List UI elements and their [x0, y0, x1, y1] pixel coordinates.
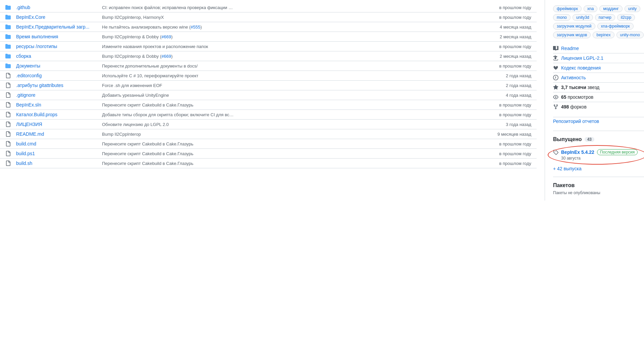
- file-icon: [5, 151, 16, 156]
- file-row: .gitignoreДобавить урезанный UnityEngine…: [0, 90, 537, 100]
- tag-моддинг[interactable]: моддинг: [599, 5, 622, 12]
- file-name[interactable]: README.md: [16, 131, 97, 137]
- repository-reports[interactable]: Репозиторий отчетов: [553, 117, 644, 125]
- release-latest-badge: Последняя версия: [597, 149, 638, 155]
- more-releases-link[interactable]: + 42 выпуска: [553, 166, 644, 171]
- sidebar-item-fork[interactable]: 498 форков: [553, 102, 644, 112]
- tag-bepinex[interactable]: bepinex: [593, 32, 614, 38]
- file-commit: Используйте C # 10, переформатируйте про…: [97, 73, 484, 78]
- tags-section: фреймворкxnaмоддингunitymonounity3dпатче…: [553, 5, 644, 38]
- file-row: Время выполненияBump Il2CppInterop & Dob…: [0, 32, 537, 42]
- folder-icon: [5, 24, 16, 30]
- file-name[interactable]: .gitignore: [16, 92, 97, 98]
- sidebar-item-book[interactable]: Readme: [553, 44, 644, 53]
- packages-empty: Пакеты не опубликованы: [553, 190, 644, 195]
- file-name[interactable]: BepInEx.Предварительный загр...: [16, 24, 97, 30]
- sidebar-item-star[interactable]: 3,7 тысячи звезд: [553, 82, 644, 92]
- file-row: BepInEx.CoreBump Il2CppInterop, HarmonyX…: [0, 12, 537, 22]
- file-row: сборкаBump Il2CppInterop & Dobby (#669)2…: [0, 51, 537, 61]
- tag-mono[interactable]: mono: [553, 14, 571, 21]
- sidebar-item-label-star: 3,7 тысячи звезд: [561, 85, 599, 90]
- book-icon: [553, 46, 558, 51]
- tag-загрузчик-модулей[interactable]: загрузчик модулей: [553, 23, 595, 30]
- packages-title: Пакетов: [553, 182, 644, 188]
- folder-icon: [5, 63, 16, 69]
- file-row: ЛИЦЕНЗИЯОбновите лицензию до LGPL 2.03 г…: [0, 120, 537, 129]
- tag-xna-фреймворк[interactable]: xna-фреймворк: [597, 23, 634, 30]
- file-commit: Перенесите скрипт Cakebuild в Cake.Глазу…: [97, 161, 484, 166]
- sidebar-item-pulse[interactable]: Активность: [553, 73, 644, 82]
- releases-section: Выпущено 43 BepInEx 5.4.22 Последняя вер…: [553, 131, 644, 171]
- folder-icon: [5, 53, 16, 59]
- file-name[interactable]: BepInEx.sln: [16, 102, 97, 107]
- file-icon: [5, 92, 16, 98]
- scale-icon: [553, 55, 558, 61]
- pulse-icon: [553, 75, 558, 80]
- file-name[interactable]: Каталог.Build.props: [16, 112, 97, 117]
- file-name[interactable]: Время выполнения: [16, 34, 97, 39]
- file-commit: Bump Il2CppInterop & Dobby (#669): [97, 34, 484, 39]
- release-item: BepInEx 5.4.22 Последняя версия 30 авгус…: [553, 146, 644, 163]
- file-row: BepInEx.Предварительный загр...Не пытайт…: [0, 22, 537, 32]
- heart-icon: [553, 65, 558, 71]
- file-name[interactable]: build.ps1: [16, 151, 97, 156]
- tag-il2cpp[interactable]: il2cpp: [617, 14, 635, 21]
- fork-icon: [553, 104, 558, 110]
- file-row: build.ps1Перенесите скрипт Cakebuild в C…: [0, 149, 537, 159]
- file-row: README.mdBump Il2CppInterop9 месяцев наз…: [0, 129, 537, 139]
- star-icon: [553, 85, 558, 90]
- file-time: в прошлом году: [484, 5, 531, 10]
- sidebar-item-label-book: Readme: [561, 46, 579, 51]
- tag-xna[interactable]: xna: [584, 5, 597, 12]
- file-row: .editorconfigИспользуйте C # 10, перефор…: [0, 71, 537, 81]
- release-date: 30 августа: [561, 156, 644, 161]
- file-time: в прошлом году: [484, 151, 531, 156]
- eye-icon: [553, 94, 558, 100]
- folder-icon: [5, 14, 16, 20]
- sidebar-item-label-heart: Кодекс поведения: [561, 65, 601, 71]
- file-commit: Перенесите скрипт Cakebuild в Cake.Глазу…: [97, 151, 484, 156]
- file-icon: [5, 73, 16, 78]
- file-commit: Измените названия проектов и расположени…: [97, 44, 484, 49]
- file-name[interactable]: сборка: [16, 53, 97, 59]
- tag-unity-mono[interactable]: unity-mono: [616, 32, 644, 38]
- sidebar-item-label-eye: 65 просмотров: [561, 94, 593, 100]
- commit-link[interactable]: #669: [161, 34, 171, 39]
- file-commit: Не пытайтесь анализировать версию wine (…: [97, 25, 484, 30]
- file-name[interactable]: ЛИЦЕНЗИЯ: [16, 122, 97, 127]
- file-name[interactable]: Документы: [16, 63, 97, 69]
- file-time: 2 месяца назад: [484, 34, 531, 39]
- sidebar-item-label-fork: 498 форков: [561, 104, 587, 110]
- file-name[interactable]: .editorconfig: [16, 73, 97, 78]
- file-icon: [5, 102, 16, 107]
- file-icon: [5, 131, 16, 137]
- file-name[interactable]: BepInEx.Core: [16, 14, 97, 20]
- file-row: .атрибуты gitattributesForce .sh для изм…: [0, 81, 537, 90]
- tag-загрузчик-модов[interactable]: загрузчик модов: [553, 32, 591, 38]
- release-name[interactable]: BepInEx 5.4.22: [561, 149, 594, 155]
- file-commit: Перенесите скрипт Cakebuild в Cake.Глазу…: [97, 141, 484, 146]
- releases-title: Выпущено: [553, 136, 582, 142]
- tag-фреймворк[interactable]: фреймворк: [553, 5, 582, 12]
- tag-unity[interactable]: unity: [625, 5, 640, 12]
- file-commit: Перенести дополнительные документы в doc…: [97, 63, 484, 69]
- sidebar-item-scale[interactable]: Лицензия LGPL-2.1: [553, 53, 644, 63]
- file-commit: CI: исправлен поиск файлов; исправлена п…: [97, 5, 484, 10]
- sidebar-item-eye[interactable]: 65 просмотров: [553, 92, 644, 102]
- file-row: BepInEx.slnПеренесите скрипт Cakebuild в…: [0, 100, 537, 110]
- file-time: в прошлом году: [484, 102, 531, 107]
- file-icon: [5, 161, 16, 166]
- commit-link[interactable]: #669: [161, 54, 171, 59]
- file-name[interactable]: build.cmd: [16, 141, 97, 146]
- file-name[interactable]: .атрибуты gitattributes: [16, 83, 97, 88]
- file-name[interactable]: .github: [16, 5, 97, 10]
- tag-unity3d[interactable]: unity3d: [573, 14, 593, 21]
- commit-link[interactable]: #555: [191, 25, 200, 30]
- file-time: 4 года назад: [484, 93, 531, 98]
- file-name[interactable]: build.sh: [16, 161, 97, 166]
- file-commit: Обновите лицензию до LGPL 2.0: [97, 122, 484, 127]
- tag-icon: [553, 149, 558, 155]
- sidebar-item-heart[interactable]: Кодекс поведения: [553, 63, 644, 73]
- tag-патчер[interactable]: патчер: [595, 14, 615, 21]
- file-name[interactable]: ресурсы /логотипы: [16, 44, 97, 49]
